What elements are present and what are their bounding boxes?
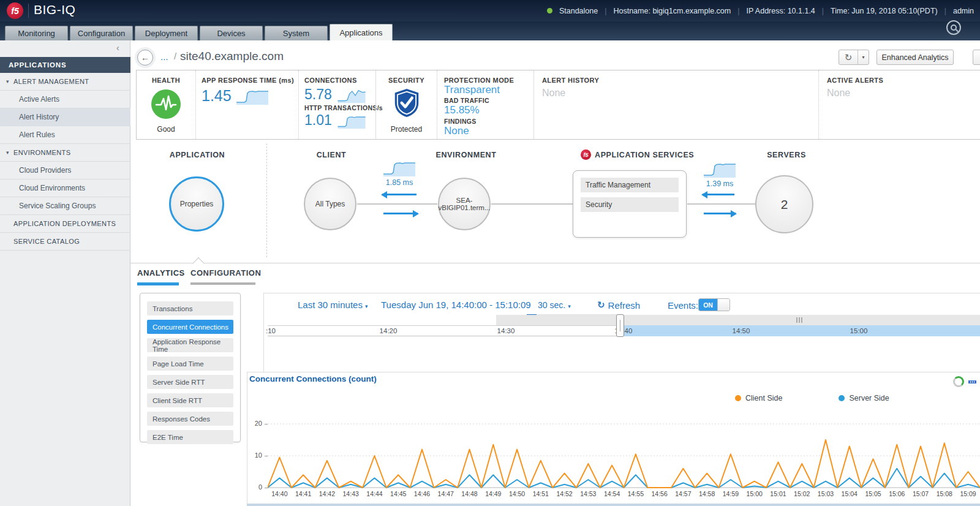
nav-tab-configuration[interactable]: Configuration (70, 26, 133, 40)
timeline-track[interactable] (496, 315, 980, 325)
environment-node[interactable]: SEA-vBIGIP01.term... (438, 178, 491, 230)
legend-server-side[interactable]: Server Side (839, 394, 889, 402)
metric-server-side-rtt[interactable]: Server Side RTT (147, 375, 233, 389)
interval-dropdown[interactable]: 30 sec.▾ (538, 300, 571, 310)
page-title: site40.example.com (180, 50, 284, 63)
search-icon[interactable] (946, 20, 961, 35)
breadcrumb-ellipsis[interactable]: ... (160, 51, 168, 62)
y-axis-label: 0 (245, 483, 262, 491)
nav-tab-applications[interactable]: Applications (330, 24, 393, 40)
sparkline (236, 86, 268, 105)
sidebar-item-alert-history[interactable]: Alert History (0, 108, 130, 126)
timeline-grip-icon[interactable] (796, 317, 802, 323)
x-axis-label: 15:04 (837, 490, 861, 498)
nav-tab-devices[interactable]: Devices (200, 26, 263, 40)
service-traffic-management[interactable]: Traffic Management (581, 178, 679, 192)
server-latency: 1.39 ms (700, 179, 739, 188)
protection-mode-value[interactable]: Transparent (444, 85, 533, 96)
user-menu[interactable]: admin (953, 7, 974, 15)
metric-page-load-time[interactable]: Page Load Time (147, 357, 233, 371)
sidebar-collapse-icon[interactable]: ‹ (116, 43, 119, 53)
sidebar-item-alert-rules[interactable]: Alert Rules (0, 126, 130, 144)
x-axis-label: 15:03 (814, 490, 838, 498)
security-label: SECURITY (388, 77, 424, 84)
refresh-split-button[interactable]: ↻ ▾ (839, 50, 869, 65)
timeline-tick-14-20: 14:20 (380, 327, 398, 334)
application-services-column-label: APPLICATION SERVICES (595, 151, 694, 159)
legend-label: Server Side (849, 394, 889, 402)
events-label: Events: (668, 300, 698, 311)
sidebar-item-active-alerts[interactable]: Active Alerts (0, 91, 130, 108)
sparkline (337, 113, 366, 129)
sparkline (704, 159, 736, 178)
series-client-side (268, 440, 980, 488)
sidebar-title: APPLICATIONS (0, 57, 130, 73)
x-axis-label: 14:53 (576, 490, 600, 498)
application-services-box: Traffic ManagementSecurity (573, 170, 687, 238)
metric-application-response-time[interactable]: Application Response Time (147, 338, 233, 352)
y-axis-tick (265, 424, 268, 425)
sidebar-item-service-scaling-groups[interactable]: Service Scaling Groups (0, 197, 130, 215)
metric-client-side-rtt[interactable]: Client Side RTT (147, 393, 233, 407)
f5-logo-icon: f5 (7, 2, 23, 19)
sidebar-group-application-deployments[interactable]: APPLICATION DEPLOYMENTS (0, 215, 130, 233)
metric-transactions[interactable]: Transactions (147, 301, 233, 315)
arrow-left-icon (703, 194, 734, 195)
product-name: BIG-IQ (34, 2, 75, 17)
nav-tab-monitoring[interactable]: Monitoring (5, 26, 68, 40)
refresh-icon[interactable]: ↻ (839, 50, 858, 64)
security-value: Protected (391, 125, 422, 134)
x-axis-label: 15:00 (742, 490, 766, 498)
service-security[interactable]: Security (581, 197, 679, 212)
ip-address: IP Address: 10.1.1.4 (746, 7, 815, 15)
x-axis-label: 14:54 (600, 490, 624, 498)
sidebar-group-alert-management[interactable]: ▾ALERT MANAGEMENT (0, 73, 130, 91)
protection-mode-label: PROTECTION MODE (444, 77, 533, 84)
partial-button[interactable] (973, 50, 980, 65)
time-range-dropdown[interactable]: Last 30 minutes▾ (298, 300, 368, 310)
metric-responses-codes[interactable]: Responses Codes (147, 412, 233, 426)
application-node[interactable]: Properties (169, 176, 224, 232)
connector-line (491, 203, 573, 205)
timeline-selected-range[interactable] (620, 325, 980, 336)
sidebar-group-environments[interactable]: ▾ENVIRONMENTS (0, 144, 130, 162)
health-heartbeat-icon (151, 89, 181, 119)
bottom-scrollbar[interactable] (247, 504, 980, 506)
timeline-handle[interactable] (616, 314, 624, 337)
x-axis-label: 14:42 (315, 490, 339, 498)
section-divider (130, 263, 980, 263)
metric-e2e-time[interactable]: E2E Time (147, 430, 233, 444)
sidebar-item-cloud-environments[interactable]: Cloud Environments (0, 179, 130, 197)
sidebar-group-service-catalog[interactable]: SERVICE CATALOG (0, 233, 130, 251)
refresh-dropdown-caret-icon[interactable]: ▾ (858, 50, 869, 64)
metric-concurrent-connections[interactable]: Concurrent Connections (147, 320, 233, 334)
events-toggle[interactable]: ON (698, 298, 730, 311)
chart-panel-border (247, 372, 980, 372)
enhanced-analytics-button[interactable]: Enhanced Analytics (876, 50, 954, 65)
alert-history-value: None (542, 88, 818, 99)
nav-tab-system[interactable]: System (265, 26, 328, 40)
x-axis-label: 14:44 (363, 490, 386, 498)
system-status-bar: Standalone | Hostname: bigiq1cm.example.… (547, 0, 974, 21)
nav-tab-deployment[interactable]: Deployment (135, 26, 198, 40)
arrow-left-icon (382, 194, 417, 195)
chart-legend: Client SideServer Side (735, 394, 889, 402)
tab-analytics[interactable]: ANALYTICS (137, 268, 185, 278)
app-response-time-value: 1.45 (202, 87, 232, 105)
findings-value[interactable]: None (444, 126, 533, 137)
sidebar-menu: ▾ALERT MANAGEMENTActive AlertsAlert Hist… (0, 73, 130, 251)
findings-label: FINDINGS (444, 118, 533, 125)
time-period-text: Tuesday Jun 19, 14:40:00 - 15:10:09 (381, 300, 531, 310)
back-button[interactable]: ← (137, 50, 153, 66)
servers-node[interactable]: 2 (755, 175, 813, 233)
sidebar-item-cloud-providers[interactable]: Cloud Providers (0, 162, 130, 179)
refresh-control[interactable]: ↻Refresh (597, 300, 640, 311)
health-value: Good (157, 125, 175, 134)
x-axis-label: 14:40 (268, 490, 292, 498)
client-node[interactable]: All Types (304, 178, 356, 230)
tab-configuration-underline (190, 282, 255, 285)
bad-traffic-value[interactable]: 15.85% (444, 105, 533, 116)
tab-configuration[interactable]: CONFIGURATION (190, 268, 261, 278)
legend-client-side[interactable]: Client Side (735, 394, 782, 402)
chart-title: Concurrent Connections (count) (249, 374, 377, 383)
